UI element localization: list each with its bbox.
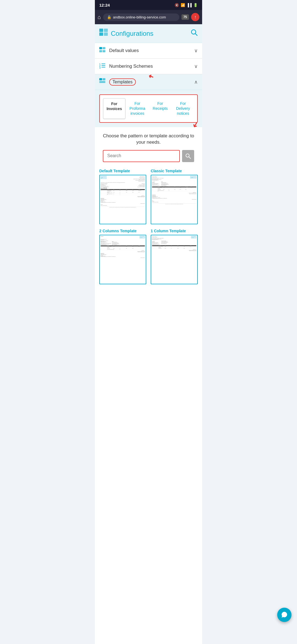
svg-rect-6: [99, 47, 102, 49]
default-values-label: Default values: [109, 48, 139, 53]
tab-invoices[interactable]: For Invoices: [103, 98, 125, 119]
numbering-schemes-arrow: ∨: [194, 63, 198, 69]
svg-text:3: 3: [99, 67, 101, 69]
one-column-template-preview: Sample Company LtdAddress: 20 Mill Lane9…: [151, 235, 198, 284]
tab-proforma[interactable]: ForProformainvoices: [127, 98, 148, 119]
svg-rect-14: [101, 65, 105, 66]
doc-preview-classic: Sample Company LtdAddress: 20 Mill Lane9…: [152, 176, 196, 204]
templates-header-left: Templates ➜: [99, 78, 136, 86]
templates-header[interactable]: Templates ➜ ∧: [95, 74, 202, 90]
classic-template-inner: Sample Company LtdAddress: 20 Mill Lane9…: [151, 175, 197, 224]
svg-rect-2: [104, 29, 108, 32]
battery-icon: 🔋: [193, 3, 198, 7]
default-template-preview: Online-billing-servicecom Sample Company…: [99, 175, 146, 224]
default-values-menu-item[interactable]: Default values ∨: [95, 43, 202, 59]
default-template-inner: Online-billing-servicecom Sample Company…: [100, 175, 146, 224]
doc-preview-default: Online-billing-servicecom Sample Company…: [101, 176, 145, 208]
search-icon[interactable]: [191, 29, 198, 38]
svg-rect-18: [99, 81, 105, 82]
page-container: Configurations Default values ∨: [95, 24, 202, 644]
default-template-card[interactable]: Default Template Online-billing-servicec…: [99, 169, 146, 224]
status-time: 12:24: [99, 3, 110, 7]
two-columns-template-preview: INVOICE Online-billing-SERVICE Invoice N…: [99, 235, 146, 284]
default-template-title: Default Template: [99, 169, 146, 173]
browser-bar: ⌂ 🔒 andbox.online-billing-service.com 75…: [95, 10, 202, 24]
numbering-schemes-menu-item[interactable]: 1 2 3 Numbering Schemes ∨: [95, 59, 202, 74]
classic-template-preview: Sample Company LtdAddress: 20 Mill Lane9…: [151, 175, 198, 224]
svg-rect-17: [103, 78, 105, 80]
svg-rect-1: [99, 32, 103, 36]
search-button[interactable]: [182, 150, 194, 162]
signal-icon: ▐▐: [187, 3, 192, 7]
template-tabs: For Invoices ForProformainvoices ForRece…: [103, 98, 194, 119]
templates-section: Templates ➜ ∧ For Invoices ForProformain…: [95, 74, 202, 127]
templates-expand-arrow: ∧: [194, 79, 198, 85]
config-title-area: Configurations: [99, 29, 153, 38]
svg-point-20: [186, 154, 189, 157]
svg-rect-8: [99, 50, 102, 52]
url-text: andbox.online-billing-service.com: [113, 15, 166, 19]
lock-icon: 🔒: [107, 15, 111, 19]
template-tabs-container: For Invoices ForProformainvoices ForRece…: [99, 94, 198, 123]
two-columns-template-title: 2 Columns Template: [99, 229, 146, 233]
search-input-wrapper: [103, 150, 180, 162]
choose-text: Choose the pattern or template according…: [99, 133, 198, 146]
wifi-icon: 📶: [181, 3, 185, 7]
classic-template-card[interactable]: Classic Template Sample Company LtdAddre…: [151, 169, 198, 224]
svg-rect-7: [103, 47, 105, 49]
default-values-icon: [99, 47, 106, 54]
status-bar: 12:24 🔇 📶 ▐▐ 🔋: [95, 0, 202, 10]
two-columns-template-inner: INVOICE Online-billing-SERVICE Invoice N…: [100, 235, 146, 284]
config-title: Configurations: [111, 30, 153, 37]
menu-item-left: 1 2 3 Numbering Schemes: [99, 62, 153, 70]
svg-rect-16: [99, 78, 102, 80]
upload-button[interactable]: ↑: [191, 13, 199, 21]
search-container: [99, 150, 198, 162]
tab-receipts[interactable]: ForReceipts: [149, 98, 171, 119]
one-column-template-inner: Sample Company LtdAddress: 20 Mill Lane9…: [151, 235, 197, 284]
svg-rect-0: [99, 29, 103, 32]
two-columns-template-card[interactable]: 2 Columns Template INVOICE Online-billin…: [99, 229, 146, 284]
home-button[interactable]: ⌂: [98, 14, 101, 20]
one-column-template-card[interactable]: 1 Column Template Sample Company LtdAddr…: [151, 229, 198, 284]
content-area: Choose the pattern or template according…: [95, 127, 202, 290]
classic-template-title: Classic Template: [151, 169, 198, 173]
tab-delivery[interactable]: ForDeliverynotices: [172, 98, 194, 119]
numbering-schemes-icon: 1 2 3: [99, 62, 106, 70]
templates-grid: Default Template Online-billing-servicec…: [99, 169, 198, 284]
config-icon: [99, 29, 108, 38]
templates-label: Templates: [109, 78, 136, 86]
mute-icon: 🔇: [175, 3, 179, 7]
numbering-schemes-label: Numbering Schemes: [109, 64, 153, 69]
svg-rect-15: [101, 67, 105, 67]
svg-rect-9: [103, 50, 105, 52]
svg-rect-3: [104, 32, 108, 36]
search-input[interactable]: [103, 151, 179, 161]
tab-count-button[interactable]: 75: [182, 14, 189, 20]
menu-item-left: Default values: [99, 47, 139, 54]
svg-line-5: [195, 34, 197, 36]
default-values-arrow: ∨: [194, 48, 198, 54]
svg-line-21: [189, 157, 191, 159]
doc-preview-one-column: Sample Company LtdAddress: 20 Mill Lane9…: [152, 236, 196, 251]
url-bar[interactable]: 🔒 andbox.online-billing-service.com: [103, 13, 179, 21]
svg-rect-13: [101, 64, 105, 64]
svg-rect-19: [99, 82, 105, 83]
configurations-header: Configurations: [95, 24, 202, 43]
doc-preview-two-columns: INVOICE Online-billing-SERVICE Invoice N…: [101, 236, 145, 258]
status-icons: 🔇 📶 ▐▐ 🔋: [175, 3, 198, 7]
templates-icon: [99, 78, 106, 86]
template-tabs-area: For Invoices ForProformainvoices ForRece…: [95, 90, 202, 127]
one-column-template-title: 1 Column Template: [151, 229, 198, 233]
